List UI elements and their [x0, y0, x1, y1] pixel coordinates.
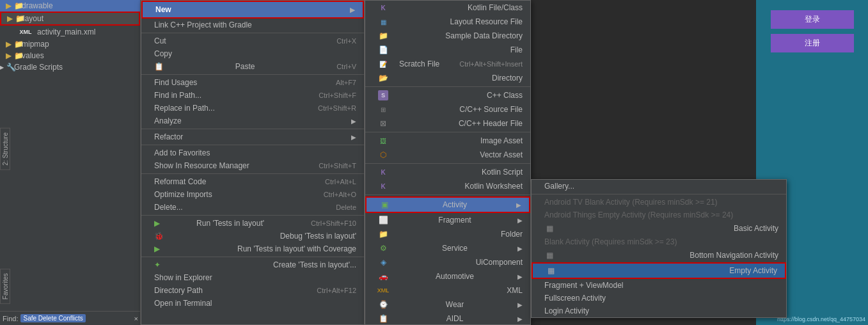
menu-create-tests-label: Create 'Tests in layout'...	[273, 260, 356, 269]
layout-icon: ▦	[378, 17, 388, 27]
folder-icon: ▶ 📁	[10, 51, 19, 60]
sidebar-item-layout[interactable]: ▶ 📁 layout	[0, 12, 140, 26]
empty-activity-icon: ▦	[546, 266, 556, 276]
show-resource-shortcut: Ctrl+Shift+T	[319, 162, 356, 170]
menu-kotlin-worksheet[interactable]: K Kotlin Worksheet	[365, 179, 530, 193]
menu-blank-activity: Blank Activity (Requires minSdk >= 23)	[532, 235, 786, 248]
menu-blank-activity-label: Blank Activity (Requires minSdk >= 23)	[544, 237, 677, 246]
menu-create-tests[interactable]: ✦ Create 'Tests in layout'...	[141, 258, 364, 271]
favorites-tab[interactable]: Favorites	[0, 269, 10, 304]
menu-service[interactable]: ⚙ Service ▶	[365, 241, 530, 255]
find-label: Find:	[3, 315, 18, 322]
menu-show-explorer[interactable]: Show in Explorer	[141, 271, 364, 284]
menu-dir-path[interactable]: Directory Path Ctrl+Alt+F12	[141, 284, 364, 297]
menu-basic-activity-label: Basic Activity	[734, 224, 778, 233]
menu-open-terminal[interactable]: Open in Terminal	[141, 297, 364, 310]
menu-android-tv-label: Android TV Blank Activity (Requires minS…	[544, 198, 718, 207]
sidebar-item-activity-main[interactable]: XML activity_main.xml	[0, 26, 140, 38]
arrow-icon: ▶	[516, 202, 521, 209]
menu-scratch-file[interactable]: 📝 Scratch File Ctrl+Alt+Shift+Insert	[365, 57, 530, 71]
menu-sample-data[interactable]: 📁 Sample Data Directory	[365, 29, 530, 43]
context-menu-activity: Gallery... Android TV Blank Activity (Re…	[531, 179, 787, 318]
menu-file[interactable]: 📄 File	[365, 43, 530, 57]
menu-run-coverage[interactable]: ▶ Run 'Tests in layout' with Coverage	[141, 242, 364, 255]
menu-aidl[interactable]: 📋 AIDL ▶	[365, 312, 530, 325]
menu-analyze[interactable]: Analyze ▶	[141, 115, 364, 127]
menu-automotive[interactable]: 🚗 Automotive ▶	[365, 269, 530, 283]
separator	[141, 215, 364, 216]
menu-xml-label: XML	[507, 286, 523, 295]
menu-wear[interactable]: ⌚ Wear ▶	[365, 297, 530, 312]
menu-optimize[interactable]: Optimize Imports Ctrl+Alt+O	[141, 188, 364, 201]
dir-path-shortcut: Ctrl+Alt+F12	[317, 287, 356, 294]
arrow-icon: ▶	[517, 217, 523, 224]
menu-fragment[interactable]: ⬜ Fragment ▶	[365, 213, 530, 227]
menu-fullscreen-activity[interactable]: Fullscreen Activity	[532, 292, 786, 305]
menu-link-cpp[interactable]: Link C++ Project with Gradle	[141, 19, 364, 31]
separator	[141, 74, 364, 75]
menu-find-path[interactable]: Find in Path... Ctrl+Shift+F	[141, 89, 364, 102]
menu-paste[interactable]: 📋 Paste Ctrl+V	[141, 60, 364, 73]
sidebar-item-gradle[interactable]: ▶ 🔧 Gradle Scripts	[0, 61, 140, 73]
menu-layout-resource[interactable]: ▦ Layout Resource File	[365, 15, 530, 29]
menu-bottom-nav[interactable]: ▦ Bottom Navigation Activity	[532, 248, 786, 262]
menu-kotlin-file[interactable]: K Kotlin File/Class	[365, 1, 530, 15]
find-close[interactable]: ×	[134, 315, 138, 322]
sidebar-item-mipmap[interactable]: ▶ 📁 mipmap	[0, 38, 140, 50]
menu-layout-resource-label: Layout Resource File	[450, 17, 523, 26]
menu-run-tests[interactable]: ▶ Run 'Tests in layout' Ctrl+Shift+F10	[141, 217, 364, 230]
menu-new[interactable]: New ▶	[141, 1, 364, 19]
menu-folder-label: Folder	[501, 230, 523, 239]
right-panel-content: 登录 注册	[756, 0, 868, 63]
bottom-nav-icon: ▦	[544, 250, 555, 260]
menu-find-path-label: Find in Path...	[154, 91, 201, 100]
sidebar-item-values[interactable]: ▶ 📁 values	[0, 50, 140, 61]
menu-find-usages[interactable]: Find Usages Alt+F7	[141, 76, 364, 89]
login-button[interactable]: 登录	[771, 10, 854, 29]
menu-uicomponent[interactable]: ◈ UiComponent	[365, 255, 530, 269]
menu-reformat-label: Reformat Code	[154, 177, 206, 186]
arrow-icon: ▶	[517, 273, 523, 280]
menu-login-activity[interactable]: Login Activity	[532, 305, 786, 317]
context-menu-main: New ▶ Link C++ Project with Gradle Cut C…	[141, 0, 365, 325]
menu-add-favorites[interactable]: Add to Favorites	[141, 147, 364, 159]
menu-image-asset[interactable]: 🖼 Image Asset	[365, 134, 530, 148]
sidebar-label-gradle: Gradle Scripts	[14, 63, 63, 72]
menu-vector-asset-label: Vector Asset	[480, 150, 523, 159]
menu-delete[interactable]: Delete... Delete	[141, 201, 364, 214]
menu-debug-tests[interactable]: 🐞 Debug 'Tests in layout'	[141, 230, 364, 242]
menu-directory[interactable]: 📂 Directory	[365, 71, 530, 85]
separator	[141, 173, 364, 174]
menu-vector-asset[interactable]: ⬡ Vector Asset	[365, 148, 530, 162]
run-icon: ▶	[154, 219, 160, 228]
menu-android-things: Android Things Empty Activity (Requires …	[532, 209, 786, 221]
menu-replace-path[interactable]: Replace in Path... Ctrl+Shift+R	[141, 102, 364, 115]
sidebar-label-mipmap: mipmap	[22, 40, 49, 49]
menu-optimize-label: Optimize Imports	[154, 190, 212, 199]
menu-cpp-class[interactable]: S C++ Class	[365, 88, 530, 102]
menu-fragment-viewmodel[interactable]: Fragment + ViewModel	[532, 279, 786, 292]
menu-refactor[interactable]: Refactor ▶	[141, 131, 364, 143]
menu-cut[interactable]: Cut Ctrl+X	[141, 35, 364, 47]
menu-gallery[interactable]: Gallery...	[532, 180, 786, 193]
menu-copy[interactable]: Copy	[141, 47, 364, 60]
context-menu-new: K Kotlin File/Class ▦ Layout Resource Fi…	[365, 0, 531, 325]
sidebar-item-drawable[interactable]: ▶ 📁 drawable	[0, 0, 140, 12]
menu-reformat[interactable]: Reformat Code Ctrl+Alt+L	[141, 175, 364, 188]
scratch-shortcut: Ctrl+Alt+Shift+Insert	[459, 60, 523, 68]
menu-show-resource[interactable]: Show In Resource Manager Ctrl+Shift+T	[141, 159, 364, 172]
menu-bottom-nav-label: Bottom Navigation Activity	[690, 251, 778, 260]
separator	[365, 132, 530, 132]
register-button[interactable]: 注册	[771, 34, 854, 52]
menu-empty-activity[interactable]: ▦ Empty Activity	[532, 262, 786, 279]
menu-activity[interactable]: ▣ Activity ▶	[365, 196, 530, 213]
menu-basic-activity[interactable]: ▦ Basic Activity	[532, 221, 786, 235]
structure-tab[interactable]: 2: Structure	[0, 128, 10, 170]
sidebar-label-activity-main: activity_main.xml	[37, 28, 95, 36]
menu-folder[interactable]: 📁 Folder	[365, 227, 530, 241]
menu-cpp-header[interactable]: ⊠ C/C++ Header File	[365, 116, 530, 131]
menu-new-label: New	[155, 5, 171, 14]
menu-xml[interactable]: XML XML	[365, 283, 530, 297]
menu-kotlin-script[interactable]: K Kotlin Script	[365, 165, 530, 179]
menu-cpp-source[interactable]: ⊞ C/C++ Source File	[365, 102, 530, 116]
